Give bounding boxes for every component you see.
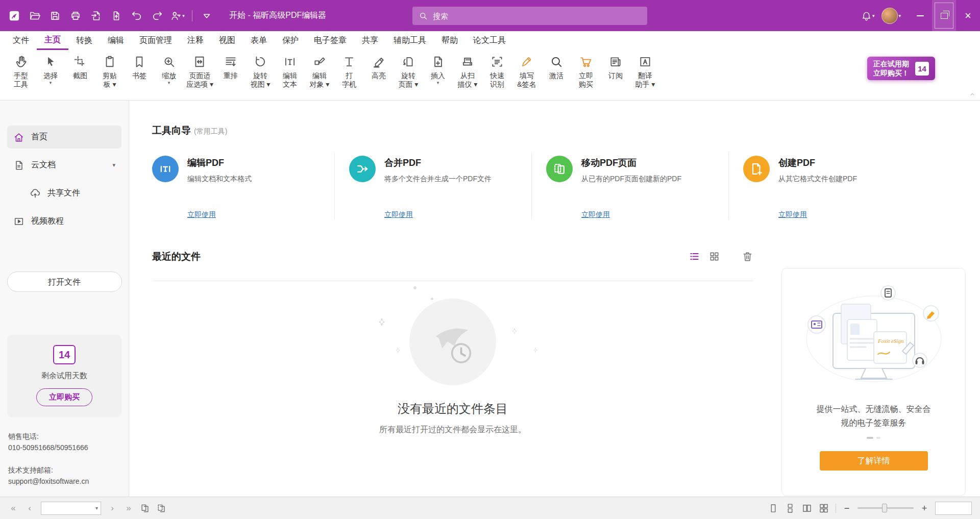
tool-highlight-tool[interactable]: 高亮 — [364, 54, 394, 81]
sidebar-item-home[interactable]: 首页 — [7, 126, 121, 149]
create-pdf-use-now-link[interactable]: 立即使用 — [778, 210, 807, 219]
buy-now-button[interactable]: 立即购买 — [36, 388, 92, 406]
tool-snapshot-tool[interactable]: 截图 — [65, 54, 95, 81]
search-input[interactable] — [432, 11, 641, 21]
tool-from-scanner[interactable]: 从扫描仪 ▾ — [453, 54, 482, 90]
tool-edit-object[interactable]: 编辑对象 ▾ — [305, 54, 334, 90]
export-pdf-icon[interactable] — [87, 7, 105, 25]
chevron-down-icon[interactable]: ▾ — [112, 162, 115, 168]
open-file-button[interactable]: 打开文件 — [7, 271, 122, 292]
edit-pdf-use-now-link[interactable]: 立即使用 — [187, 210, 216, 219]
zoom-out-button[interactable]: − — [843, 504, 851, 513]
tool-activate[interactable]: 激活 — [542, 54, 571, 81]
card-description: 从已有的PDF页面创建新的PDF — [581, 175, 681, 184]
merge-pdf-use-now-link[interactable]: 立即使用 — [384, 210, 413, 219]
tools-wizard-title: 工具向导 — [152, 125, 191, 136]
tool-typewriter-tool[interactable]: 打字机 — [334, 54, 364, 90]
customize-quick-toolbar-icon[interactable] — [198, 7, 216, 25]
view-continuous-facing-icon[interactable] — [819, 503, 829, 513]
search-box[interactable] — [412, 7, 647, 25]
recent-files-section: 最近的文件 — [152, 242, 753, 435]
titlebar-right-controls: ▾ ▾ × — [861, 0, 980, 31]
chevron-down-icon[interactable]: ▾ — [95, 505, 98, 511]
learn-more-button[interactable]: 了解详情 — [820, 451, 928, 471]
support-email[interactable]: support@foxitsoftware.cn — [8, 476, 120, 487]
menu-comment[interactable]: 注释 — [180, 31, 211, 50]
minimize-button[interactable] — [908, 0, 932, 31]
move-pdf-pages-use-now-link[interactable]: 立即使用 — [581, 210, 610, 219]
empty-state-illustration — [409, 299, 496, 385]
snapshot-pages-icon[interactable] — [140, 503, 150, 513]
promo-pagination — [867, 437, 880, 439]
sidebar-item-label: 共享文件 — [47, 188, 80, 199]
snapshot-pages-alt-icon[interactable] — [156, 503, 166, 513]
menu-esign[interactable]: 电子签章 — [306, 31, 354, 50]
account-button[interactable]: ▾ — [881, 8, 901, 24]
menu-convert[interactable]: 转换 — [68, 31, 100, 50]
zoom-level-input[interactable] — [936, 502, 971, 514]
restore-button[interactable] — [932, 0, 956, 31]
view-single-page-icon[interactable] — [768, 503, 778, 513]
tool-edit-text[interactable]: 编辑文本 — [275, 54, 305, 90]
close-button[interactable]: × — [956, 0, 980, 31]
clear-recent-trash-icon[interactable] — [742, 251, 753, 262]
menu-share[interactable]: 共享 — [354, 31, 386, 50]
share-document-icon[interactable] — [107, 7, 126, 25]
menu-accessibility[interactable]: 辅助工具 — [386, 31, 434, 50]
tool-bookmark-tool[interactable]: 书签 — [125, 54, 154, 81]
print-icon[interactable] — [66, 7, 85, 25]
last-page-button[interactable]: » — [124, 504, 134, 512]
list-view-icon[interactable] — [689, 251, 700, 262]
sidebar-item-cloud-docs[interactable]: 云文档▾ — [7, 154, 121, 177]
menu-paper-tools[interactable]: 论文工具 — [465, 31, 513, 50]
grid-view-icon[interactable] — [708, 251, 720, 262]
promo-dot-active[interactable] — [867, 437, 873, 439]
tool-subscribe[interactable]: 订阅 — [601, 54, 630, 81]
save-icon[interactable] — [46, 7, 64, 25]
sidebar-item-shared-files[interactable]: 共享文件 — [7, 182, 121, 205]
redo-icon[interactable] — [148, 7, 166, 25]
zoom-slider[interactable] — [857, 507, 914, 509]
tool-hand-tool[interactable]: 手型工具 — [6, 54, 36, 90]
protect-icon[interactable]: ▾ — [168, 7, 187, 25]
menu-help[interactable]: 帮助 — [434, 31, 465, 50]
next-page-button[interactable]: › — [107, 504, 117, 512]
tool-rotate-pages[interactable]: 旋转页面 ▾ — [394, 54, 423, 90]
tool-quick-ocr[interactable]: 快速识别 — [482, 54, 512, 90]
menu-file[interactable]: 文件 — [5, 31, 37, 50]
tool-translate-assistant[interactable]: 翻译助手 ▾ — [630, 54, 660, 90]
notifications-button[interactable]: ▾ — [861, 10, 875, 21]
tool-clipboard-tool[interactable]: 剪贴板 ▾ — [95, 54, 125, 90]
open-file-icon[interactable] — [26, 7, 44, 25]
page-number-input[interactable] — [44, 504, 95, 512]
menu-protect[interactable]: 保护 — [275, 31, 306, 50]
tool-select-tool[interactable]: 选择▾ — [36, 54, 65, 86]
tool-card-create-pdf: 创建PDF从其它格式文件创建PDF立即使用 — [728, 153, 925, 219]
zoom-level-box[interactable] — [935, 502, 972, 515]
menu-view[interactable]: 视图 — [211, 31, 243, 50]
first-page-button[interactable]: « — [8, 504, 18, 512]
tool-buy-now[interactable]: 立即购买 — [571, 54, 601, 90]
tool-page-fit-options[interactable]: 页面适应选项 ▾ — [184, 54, 216, 90]
previous-page-button[interactable]: ‹ — [24, 504, 35, 512]
menubar: 文件主页转换编辑页面管理注释视图表单保护电子签章共享辅助工具帮助论文工具 — [0, 31, 980, 50]
menu-form[interactable]: 表单 — [243, 31, 275, 50]
menu-edit[interactable]: 编辑 — [100, 31, 132, 50]
tool-insert-pages[interactable]: 插入▾ — [423, 54, 453, 86]
trial-upgrade-badge[interactable]: 正在试用期 立即购买！ 14 — [867, 57, 935, 80]
menu-home[interactable]: 主页 — [37, 31, 68, 50]
collapse-ribbon-icon[interactable] — [969, 91, 976, 98]
view-facing-icon[interactable] — [802, 503, 812, 513]
tool-rotate-view[interactable]: 旋转视图 ▾ — [246, 54, 275, 90]
view-continuous-icon[interactable] — [785, 503, 795, 513]
promo-dot[interactable] — [876, 437, 880, 439]
undo-icon[interactable] — [128, 7, 146, 25]
tool-reflow-tool[interactable]: 重排 — [216, 54, 246, 81]
zoom-slider-handle[interactable] — [882, 504, 887, 512]
tool-fill-sign[interactable]: 填写&签名 — [512, 54, 542, 90]
menu-page-organize[interactable]: 页面管理 — [132, 31, 180, 50]
page-number-box[interactable]: ▾ — [41, 502, 101, 515]
sidebar-item-video-tutorials[interactable]: 视频教程 — [7, 210, 121, 233]
zoom-in-button[interactable]: + — [920, 504, 928, 513]
tool-zoom-tool[interactable]: 缩放▾ — [154, 54, 184, 86]
